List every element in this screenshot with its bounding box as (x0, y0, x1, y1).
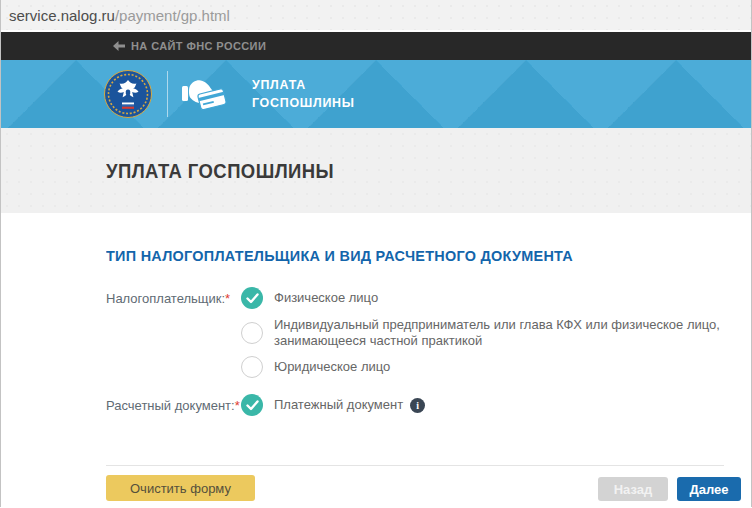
back-link-label: НА САЙТ ФНС РОССИИ (131, 40, 266, 52)
taxpayer-row: Налогоплательщик:* Физическое лицоИндиви… (106, 287, 751, 386)
browser-address-bar[interactable]: service.nalog.ru/payment/gp.html (1, 0, 751, 32)
fns-emblem-icon (104, 70, 152, 118)
info-icon[interactable]: i (410, 398, 425, 413)
taxpayer-options: Физическое лицоИндивидуальный предприним… (241, 287, 751, 386)
radio-selected-check-icon[interactable] (241, 394, 263, 416)
top-bar: НА САЙТ ФНС РОССИИ (1, 32, 751, 60)
taxpayer-label: Налогоплательщик:* (106, 287, 241, 306)
form-section-title: ТИП НАЛОГОПЛАТЕЛЬЩИКА И ВИД РАСЧЕТНОГО Д… (106, 247, 573, 265)
next-button[interactable]: Далее (677, 477, 741, 501)
url-path: /payment/gp.html (115, 7, 230, 24)
page-title: УПЛАТА ГОСПОШЛИНЫ (106, 159, 334, 183)
clear-form-button[interactable]: Очистить форму (106, 475, 255, 501)
required-asterisk: * (225, 291, 230, 306)
document-row: Расчетный документ:* Платежный документi (106, 394, 751, 424)
radio-option-label[interactable]: Физическое лицо (274, 290, 378, 306)
radio-selected-check-icon[interactable] (241, 287, 263, 309)
document-label: Расчетный документ:* (106, 394, 241, 413)
radio-option[interactable]: Юридическое лицо (241, 356, 751, 378)
page: service.nalog.ru/payment/gp.html НА САЙТ… (0, 0, 752, 507)
radio-option-label[interactable]: Платежный документ (274, 397, 403, 413)
back-button[interactable]: Назад (598, 477, 668, 501)
banner-title-line1: УПЛАТА (252, 76, 355, 94)
left-arrow-icon (113, 41, 125, 51)
back-to-fns-site-link[interactable]: НА САЙТ ФНС РОССИИ (113, 40, 266, 52)
required-asterisk: * (235, 398, 240, 413)
banner-service-title: УПЛАТА ГОСПОШЛИНЫ (252, 76, 355, 111)
url-host: service.nalog.ru (9, 7, 115, 24)
radio-option-label[interactable]: Индивидуальный предприниматель или глава… (274, 317, 751, 348)
radio-option[interactable]: Индивидуальный предприниматель или глава… (241, 317, 751, 348)
page-heading-strip: УПЛАТА ГОСПОШЛИНЫ (1, 128, 751, 213)
radio-option[interactable]: Платежный документi (241, 394, 751, 416)
payment-card-in-hand-icon (182, 75, 228, 113)
actions-footer: Очистить форму Назад Далее (1, 475, 751, 501)
service-banner: УПЛАТА ГОСПОШЛИНЫ (1, 60, 751, 128)
section-divider (106, 465, 724, 466)
form-content: ТИП НАЛОГОПЛАТЕЛЬЩИКА И ВИД РАСЧЕТНОГО Д… (1, 213, 751, 507)
banner-divider (167, 71, 168, 117)
radio-unselected-icon[interactable] (241, 322, 263, 344)
banner-title-line2: ГОСПОШЛИНЫ (252, 94, 355, 112)
document-options: Платежный документi (241, 394, 751, 424)
radio-option-label[interactable]: Юридическое лицо (274, 359, 390, 375)
radio-option[interactable]: Физическое лицо (241, 287, 751, 309)
radio-unselected-icon[interactable] (241, 356, 263, 378)
